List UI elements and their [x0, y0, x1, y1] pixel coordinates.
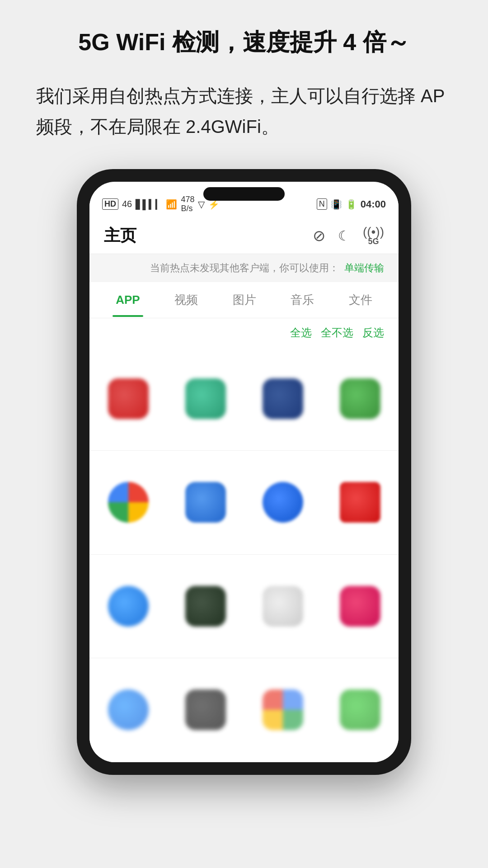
app-icon [263, 378, 303, 419]
signal-text: 46 [122, 199, 132, 209]
app-icon [108, 482, 149, 523]
signal-bars: ▋▌▍▎ [136, 199, 162, 210]
list-item[interactable] [89, 658, 167, 762]
list-item[interactable] [244, 658, 321, 762]
wifi-icon: 📶 [166, 199, 177, 210]
app-icon [108, 689, 149, 730]
phone-screen: HD 46 ▋▌▍▎ 📶 478B/s ▽ ⚡ N 📳 🔋 04:00 [89, 182, 399, 762]
tab-file[interactable]: 文件 [342, 282, 380, 318]
app-icon [108, 378, 149, 419]
app-icon [185, 482, 226, 523]
screen-content: HD 46 ▋▌▍▎ 📶 478B/s ▽ ⚡ N 📳 🔋 04:00 [89, 182, 399, 762]
vibrate-icon: 📳 [331, 199, 342, 210]
select-all-button[interactable]: 全选 [290, 326, 312, 340]
list-item[interactable] [321, 658, 399, 762]
app-icon [263, 586, 303, 627]
help-icon[interactable]: ⊘ [313, 226, 325, 245]
hd-icon: HD [102, 198, 118, 210]
status-right: N 📳 🔋 04:00 [317, 198, 386, 210]
subtext: 我们采用自创热点方式连接，主人可以自行选择 AP 频段，不在局限在 2.4GWi… [0, 80, 488, 142]
nav-icon: ▽ [198, 199, 205, 210]
status-time: 04:00 [361, 198, 386, 210]
tab-music[interactable]: 音乐 [283, 282, 321, 318]
battery-icon: 🔋 [346, 199, 357, 210]
tab-app[interactable]: APP [108, 283, 147, 317]
list-item[interactable] [89, 451, 167, 555]
app-icon [340, 378, 380, 419]
page: 5G WiFi 检测，速度提升 4 倍～ 我们采用自创热点方式连接，主人可以自行… [0, 0, 488, 868]
speed-text: 478B/s [181, 195, 194, 213]
list-item[interactable] [244, 555, 321, 659]
5g-wifi-icon[interactable]: ((•)) 5G [363, 226, 384, 245]
app-icon [263, 482, 303, 523]
list-item[interactable] [244, 451, 321, 555]
select-none-button[interactable]: 全不选 [321, 326, 353, 340]
list-item[interactable] [321, 347, 399, 451]
app-icon [340, 482, 380, 523]
app-icon [185, 689, 226, 730]
app-icon [185, 586, 226, 627]
list-item[interactable] [321, 451, 399, 555]
app-icon [340, 586, 380, 627]
select-controls: 全选 全不选 反选 [89, 318, 399, 347]
status-left: HD 46 ▋▌▍▎ 📶 478B/s ▽ ⚡ [102, 195, 220, 213]
moon-icon[interactable]: ☾ [338, 228, 350, 244]
app-grid [89, 347, 399, 762]
app-header: 主页 ⊘ ☾ ((•)) 5G [89, 218, 399, 254]
list-item[interactable] [244, 347, 321, 451]
notice-text: 当前热点未发现其他客户端，你可以使用： [150, 261, 339, 275]
nfc-icon: N [317, 198, 327, 210]
select-invert-button[interactable]: 反选 [362, 326, 384, 340]
list-item[interactable] [89, 555, 167, 659]
tabs: APP 视频 图片 音乐 文件 [89, 282, 399, 318]
list-item[interactable] [321, 555, 399, 659]
app-icon [263, 689, 303, 730]
list-item[interactable] [167, 555, 244, 659]
phone-mockup: HD 46 ▋▌▍▎ 📶 478B/s ▽ ⚡ N 📳 🔋 04:00 [77, 169, 411, 775]
phone-speaker [203, 187, 285, 201]
app-icon [108, 586, 149, 627]
app-icon [185, 378, 226, 419]
notice-bar: 当前热点未发现其他客户端，你可以使用： 单端传输 [89, 254, 399, 282]
tab-image[interactable]: 图片 [225, 282, 263, 318]
list-item[interactable] [167, 658, 244, 762]
notice-link[interactable]: 单端传输 [344, 261, 384, 275]
header-icons: ⊘ ☾ ((•)) 5G [313, 226, 384, 245]
list-item[interactable] [89, 347, 167, 451]
list-item[interactable] [167, 451, 244, 555]
app-icon [340, 689, 380, 730]
headline: 5G WiFi 检测，速度提升 4 倍～ [51, 27, 436, 58]
tab-video[interactable]: 视频 [167, 282, 205, 318]
list-item[interactable] [167, 347, 244, 451]
app-title: 主页 [104, 225, 136, 247]
